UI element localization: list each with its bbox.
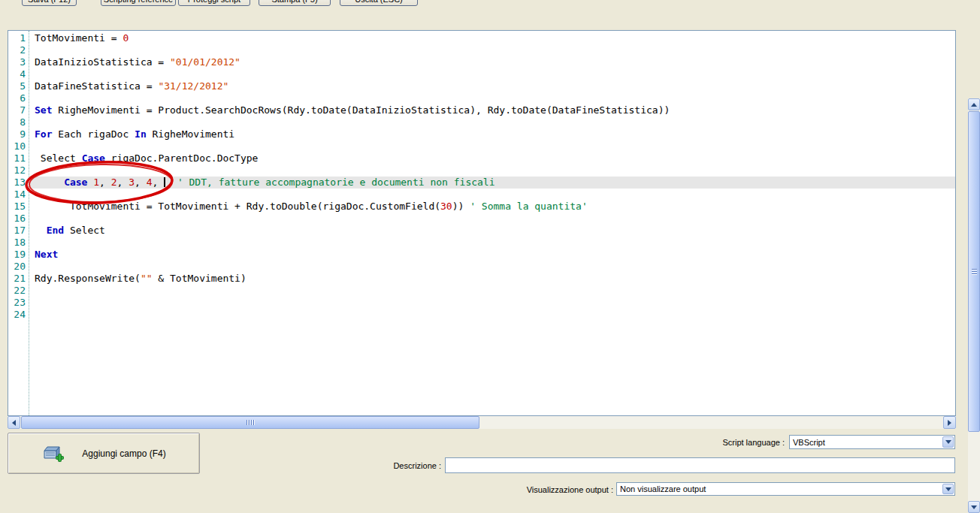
vertical-scrollbar[interactable] xyxy=(968,98,980,513)
add-field-label: Aggiungi campo (F4) xyxy=(82,448,165,459)
line-number: 4 xyxy=(8,68,29,80)
code-line[interactable] xyxy=(30,285,955,297)
output-mode-value: Non visualizzare output xyxy=(620,484,706,493)
line-number: 11 xyxy=(8,152,29,164)
dropdown-arrow-icon[interactable] xyxy=(942,484,954,494)
description-input[interactable] xyxy=(445,457,955,473)
line-number: 14 xyxy=(8,189,29,201)
scripting-reference-button[interactable]: Scripting reference xyxy=(101,0,176,6)
vertical-scroll-thumb[interactable] xyxy=(968,111,980,432)
line-number: 6 xyxy=(8,92,29,104)
code-line[interactable]: Case 1, 2, 3, 4, ' DDT, fatture accompag… xyxy=(30,177,955,189)
code-line[interactable]: Select Case rigaDoc.ParentDoc.DocType xyxy=(30,152,955,164)
output-mode-label: Visualizzazione output : xyxy=(481,485,613,494)
save-button[interactable]: Salva (F12) xyxy=(22,0,77,6)
line-number: 8 xyxy=(8,116,29,128)
scroll-down-icon xyxy=(971,505,977,509)
line-number: 7 xyxy=(8,104,29,116)
line-number: 13 xyxy=(8,177,29,189)
add-field-button[interactable]: Aggiungi campo (F4) xyxy=(8,433,200,474)
editor-code[interactable]: TotMovimenti = 0DataInizioStatistica = "… xyxy=(30,31,955,415)
code-line[interactable]: DataInizioStatistica = "01/01/2012" xyxy=(30,56,955,68)
protect-script-button[interactable]: Proteggi script xyxy=(178,0,250,6)
code-line[interactable]: End Select xyxy=(30,225,955,237)
code-line[interactable]: TotMovimenti = 0 xyxy=(30,32,955,44)
scroll-left-icon xyxy=(12,420,16,426)
line-number: 2 xyxy=(8,44,29,56)
editor-gutter: 123456789101112131415161718192021222324 xyxy=(8,31,29,415)
line-number: 20 xyxy=(8,261,29,273)
code-line[interactable] xyxy=(30,237,955,249)
scroll-right-button[interactable] xyxy=(943,416,956,429)
line-number: 5 xyxy=(8,80,29,92)
line-number: 15 xyxy=(8,201,29,213)
code-line[interactable]: TotMovimenti = TotMovimenti + Rdy.toDoub… xyxy=(30,201,955,213)
code-line[interactable]: DataFineStatistica = "31/12/2012" xyxy=(30,80,955,92)
line-number: 21 xyxy=(8,273,29,285)
code-line[interactable]: Next xyxy=(30,249,955,261)
code-line[interactable]: Rdy.ResponseWrite("" & TotMovimenti) xyxy=(30,273,955,285)
code-line[interactable]: Set RigheMovimenti = Product.SearchDocRo… xyxy=(30,104,955,116)
code-line[interactable] xyxy=(30,164,955,177)
code-line[interactable] xyxy=(30,297,955,309)
line-number: 9 xyxy=(8,128,29,140)
code-line[interactable] xyxy=(30,140,955,152)
line-number: 1 xyxy=(8,32,29,44)
line-number: 23 xyxy=(8,297,29,309)
exit-button[interactable]: Uscita (ESC) xyxy=(340,0,418,6)
line-number: 3 xyxy=(8,56,29,68)
horizontal-scroll-thumb[interactable] xyxy=(21,416,479,429)
code-line[interactable] xyxy=(30,68,955,80)
script-language-value: VBScript xyxy=(793,438,825,447)
scroll-left-button[interactable] xyxy=(8,416,20,429)
line-number: 19 xyxy=(8,249,29,261)
script-language-select[interactable]: VBScript xyxy=(789,435,955,449)
script-editor-window: { "toolbar": { "buttons": [ {"label": "S… xyxy=(0,0,980,513)
description-label: Descrizione : xyxy=(361,461,441,470)
code-line[interactable] xyxy=(30,92,955,104)
script-language-label: Script language : xyxy=(676,438,785,447)
code-line[interactable] xyxy=(30,261,955,273)
scroll-up-icon xyxy=(971,103,977,107)
line-number: 18 xyxy=(8,237,29,249)
scroll-down-button[interactable] xyxy=(968,501,980,513)
print-button[interactable]: Stampa (F5) xyxy=(259,0,331,6)
line-number: 10 xyxy=(8,140,29,152)
line-number: 24 xyxy=(8,309,29,321)
line-number: 12 xyxy=(8,164,29,177)
editor-surface[interactable]: 123456789101112131415161718192021222324 … xyxy=(8,30,956,416)
script-editor[interactable]: 123456789101112131415161718192021222324 … xyxy=(8,30,956,429)
scroll-up-button[interactable] xyxy=(968,98,980,110)
code-line[interactable] xyxy=(30,213,955,225)
line-number: 17 xyxy=(8,225,29,237)
line-number: 16 xyxy=(8,213,29,225)
code-line[interactable] xyxy=(30,116,955,128)
output-mode-select[interactable]: Non visualizzare output xyxy=(616,482,955,496)
code-line[interactable]: For Each rigaDoc In RigheMovimenti xyxy=(30,128,955,140)
horizontal-scrollbar[interactable] xyxy=(8,416,956,429)
code-line[interactable] xyxy=(30,309,955,321)
scroll-right-icon xyxy=(948,420,951,426)
code-line[interactable] xyxy=(30,44,955,56)
add-field-icon xyxy=(41,444,64,463)
line-number: 22 xyxy=(8,285,29,297)
dropdown-arrow-icon[interactable] xyxy=(942,436,954,448)
code-line[interactable] xyxy=(30,189,955,201)
